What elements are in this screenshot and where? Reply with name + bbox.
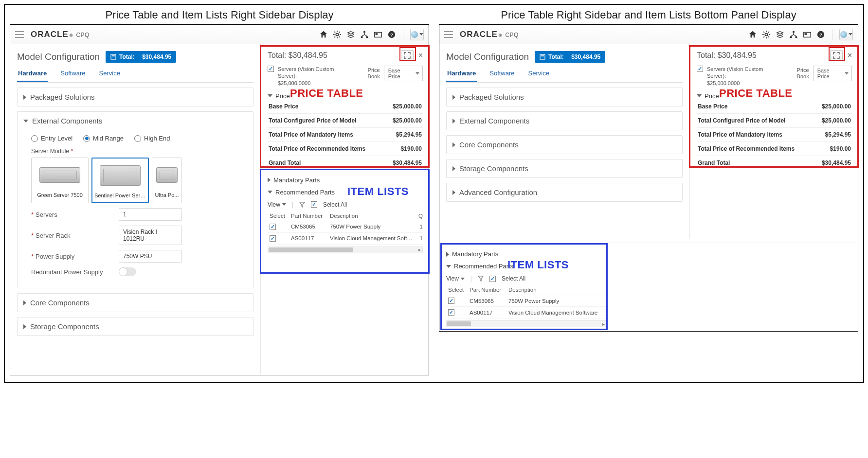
home-icon[interactable] (319, 30, 328, 39)
tab-hardware[interactable]: Hardware (446, 67, 477, 82)
horizontal-scrollbar[interactable]: ◂▸ (446, 320, 607, 327)
filter-icon[interactable] (299, 202, 305, 208)
panel-storage[interactable]: Storage Components (446, 159, 683, 178)
redundant-toggle[interactable] (119, 267, 136, 276)
panel-core[interactable]: Core Components (17, 293, 253, 312)
svg-rect-17 (112, 55, 115, 56)
total-badge[interactable]: Total: $30,484.95 (106, 51, 176, 63)
row-checkbox[interactable] (448, 298, 454, 304)
panel-packaged[interactable]: Packaged Solutions (446, 88, 683, 106)
svg-line-26 (768, 32, 769, 33)
pricebook-label: Price Book (355, 67, 380, 80)
hamburger-icon[interactable] (15, 31, 24, 38)
help-icon[interactable]: ? (816, 30, 825, 39)
svg-rect-29 (796, 36, 797, 38)
table-row[interactable]: CM53065750W Power Supply (446, 295, 607, 307)
svg-rect-27 (793, 31, 795, 33)
servers-checkbox[interactable] (697, 66, 703, 72)
hamburger-icon[interactable] (444, 31, 453, 38)
table-row[interactable]: AS00117Vision Cloud Management Software1 (268, 233, 423, 245)
svg-point-18 (765, 33, 767, 35)
card-sentinel[interactable]: Sentinel Power Server ... (91, 158, 149, 203)
select-all-checkbox[interactable] (489, 276, 496, 282)
mandatory-head[interactable]: Mandatory Parts (268, 174, 423, 186)
card-ultra[interactable]: Ultra Po... (152, 158, 182, 203)
expand-icon[interactable] (830, 50, 843, 61)
panel-external[interactable]: External Components (446, 111, 683, 130)
redundant-label: Redundant Power Supply (31, 268, 119, 276)
tab-hardware[interactable]: Hardware (17, 67, 48, 82)
svg-line-25 (763, 36, 764, 37)
brand-logo: ORACLE®CPQ (460, 30, 519, 39)
tabs: Hardware Software Service (17, 67, 253, 83)
row-checkbox[interactable] (270, 235, 276, 242)
close-icon[interactable]: × (848, 51, 852, 60)
right-caption: Price Table Right Sidebar and Item Lists… (439, 9, 858, 21)
pricebook-select[interactable]: Base Price (813, 66, 852, 81)
svg-rect-35 (541, 55, 544, 56)
card-green-server[interactable]: Green Server 7500 (31, 158, 89, 203)
view-menu[interactable]: View (268, 201, 286, 208)
panel-external: External Components Entry Level Mid Rang… (17, 111, 253, 288)
tab-service[interactable]: Service (98, 67, 121, 82)
gear-icon[interactable] (762, 30, 771, 39)
top-toolbar: ORACLE®CPQ ? (10, 25, 429, 44)
svg-line-7 (334, 36, 335, 37)
select-all-checkbox[interactable] (311, 201, 317, 208)
servers-label: *Servers (31, 211, 119, 218)
page-title: Model Configuration (446, 52, 529, 62)
row-checkbox[interactable] (270, 224, 276, 230)
panel-external-head[interactable]: External Components (18, 112, 253, 130)
tab-software[interactable]: Software (59, 67, 86, 82)
view-menu[interactable]: View (446, 275, 465, 282)
select-all-label: Select All (323, 201, 347, 208)
svg-point-0 (336, 33, 338, 35)
close-icon[interactable]: × (418, 51, 423, 60)
user-menu[interactable] (839, 29, 853, 40)
right-sidebar: Total: $30,484.95 × Servers (Vision Cust… (260, 44, 429, 375)
table-row[interactable]: CM53065750W Power Supply1 (268, 221, 423, 233)
right-sidebar: Total: $30,484.95 × Servers (Vision Cust… (689, 44, 858, 239)
hierarchy-icon[interactable] (360, 30, 369, 39)
svg-text:?: ? (819, 32, 822, 37)
home-icon[interactable] (748, 30, 757, 39)
svg-line-24 (768, 36, 769, 37)
expand-icon[interactable] (401, 50, 414, 61)
sidebar-total: Total: $30,484.95 (268, 51, 401, 60)
hierarchy-icon[interactable] (789, 30, 798, 39)
svg-rect-28 (790, 36, 792, 38)
card-icon[interactable] (803, 30, 812, 39)
radio-high[interactable]: High End (134, 135, 170, 142)
server-module-label: Server Module * (31, 148, 245, 155)
pricebook-select[interactable]: Base Price (384, 66, 423, 81)
user-menu[interactable] (410, 29, 424, 40)
rack-input[interactable]: Vision Rack I 1012RU (119, 226, 182, 245)
help-icon[interactable]: ? (387, 30, 396, 39)
filter-icon[interactable] (478, 276, 484, 282)
horizontal-scrollbar[interactable]: ◂▸ (268, 247, 423, 253)
radio-mid[interactable]: Mid Range (83, 135, 124, 142)
servers-checkbox[interactable] (268, 66, 274, 72)
card-icon[interactable] (374, 30, 382, 39)
rack-label: *Server Rack (31, 232, 119, 239)
recommended-head[interactable]: Recommended Parts (446, 260, 851, 272)
brand-logo: ORACLE®CPQ (31, 30, 90, 39)
gear-icon[interactable] (333, 30, 342, 39)
stack-icon[interactable] (776, 30, 784, 39)
annotation-price-table-label: PRICE TABLE (290, 87, 363, 100)
panel-advanced[interactable]: Advanced Configuration (446, 183, 683, 202)
radio-entry[interactable]: Entry Level (31, 135, 72, 142)
stack-icon[interactable] (346, 30, 355, 39)
psu-input[interactable]: 750W PSU (119, 250, 182, 263)
page-title: Model Configuration (17, 52, 100, 62)
total-badge[interactable]: Total: $30,484.95 (535, 51, 605, 63)
mandatory-head[interactable]: Mandatory Parts (446, 248, 851, 260)
panel-core[interactable]: Core Components (446, 135, 683, 154)
panel-packaged[interactable]: Packaged Solutions (17, 88, 253, 106)
row-checkbox[interactable] (448, 309, 454, 316)
tab-service[interactable]: Service (527, 67, 550, 82)
panel-storage[interactable]: Storage Components (17, 317, 253, 336)
table-row[interactable]: AS00117Vision Cloud Management Software (446, 307, 607, 318)
tab-software[interactable]: Software (488, 67, 515, 82)
servers-input[interactable]: 1 (119, 208, 182, 221)
